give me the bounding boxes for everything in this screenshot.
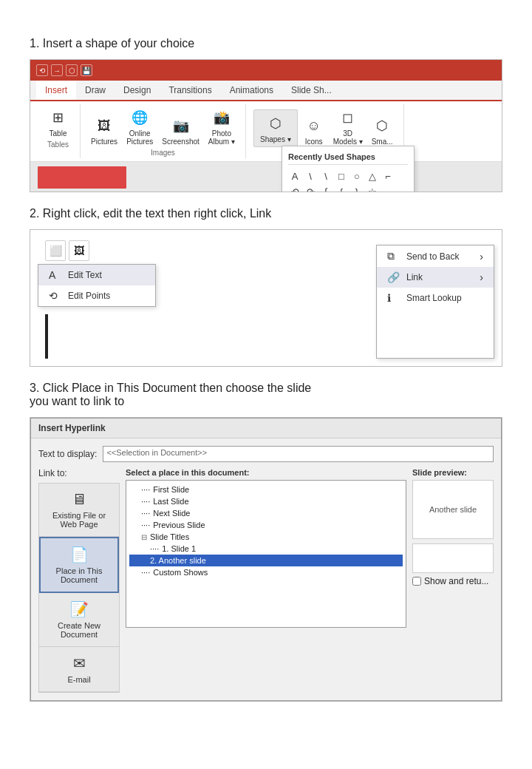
text-display-row: Text to display: <<Selection in Document… xyxy=(38,446,494,462)
shape-corner[interactable]: ⌐ xyxy=(381,169,395,183)
link-label: Link xyxy=(406,272,423,282)
shapes-button[interactable]: ⬡ Shapes ▾ xyxy=(253,109,298,147)
shape-rect[interactable]: □ xyxy=(335,169,348,183)
existing-file-label: Existing File or Web Page xyxy=(44,511,115,529)
left-menu-area: ⬜ 🖼 A Edit Text ⟲ Edit Points xyxy=(38,237,156,359)
slide-area-partial xyxy=(30,162,502,192)
tree-first-slide[interactable]: ···· First Slide xyxy=(129,484,403,495)
custom-shows-label: Custom Shows xyxy=(153,568,208,577)
slide-tree: ···· First Slide ···· Last Slide ···· Ne… xyxy=(126,480,406,628)
dialog-right: Slide preview: Another slide Show and re… xyxy=(412,468,494,693)
ribbon-group-tables: ⊞ Table Tables xyxy=(36,104,81,158)
dialog-titlebar: Insert Hyperlink xyxy=(31,419,501,438)
shape-line1[interactable]: \ xyxy=(304,169,317,183)
existing-file-item[interactable]: 🖥 Existing File or Web Page xyxy=(39,484,119,537)
tree-next-slide[interactable]: ···· Next Slide xyxy=(129,507,403,519)
tab-slideshow[interactable]: Slide Sh... xyxy=(282,81,341,101)
create-new-icon: 📝 xyxy=(70,600,89,618)
tree-previous-slide[interactable]: ···· Previous Slide xyxy=(129,519,403,531)
tab-animations[interactable]: Animations xyxy=(221,81,282,101)
shape-triangle[interactable]: △ xyxy=(366,169,379,183)
tree-slide-titles[interactable]: ⊟ Slide Titles xyxy=(129,531,403,543)
first-slide-label: First Slide xyxy=(153,485,189,494)
existing-file-icon: 🖥 xyxy=(72,491,86,508)
edit-text-item[interactable]: A Edit Text xyxy=(38,265,155,285)
shape-curve2[interactable]: ↷ xyxy=(304,185,317,192)
email-icon: ✉ xyxy=(73,654,86,672)
edit-text-label: Edit Text xyxy=(68,270,102,280)
show-return-checkbox[interactable] xyxy=(412,577,421,586)
menu-icon-image[interactable]: 🖼 xyxy=(69,240,89,261)
link-item[interactable]: 🔗 Link xyxy=(377,267,494,288)
place-in-doc-label: Place in This Document xyxy=(45,566,113,584)
screenshot-icon: 📷 xyxy=(171,115,191,136)
screenshot-label: Screenshot xyxy=(162,138,200,146)
send-to-back-label: Send to Back xyxy=(406,251,459,262)
images-group-label: Images xyxy=(151,149,175,157)
dialog-body: Text to display: <<Selection in Document… xyxy=(31,438,501,700)
undo-icon[interactable]: ⟲ xyxy=(36,64,48,76)
shape-icon-small[interactable]: ⬡ xyxy=(66,64,78,76)
dialog-left-panel: 🖥 Existing File or Web Page 📄 Place in T… xyxy=(38,483,120,693)
slide-titles-toggle: ⊟ xyxy=(141,533,147,541)
show-return-row: Show and retu... xyxy=(412,576,494,586)
shape-brace-close[interactable]: } xyxy=(350,185,364,192)
online-pictures-button[interactable]: 🌐 OnlinePictures xyxy=(123,106,156,147)
slide2-label: 2. Another slide xyxy=(150,556,206,565)
create-new-document-item[interactable]: 📝 Create New Document xyxy=(39,593,119,647)
shape-A[interactable]: A xyxy=(288,169,301,183)
step1-screenshot: ⟲ → ⬡ 💾 Insert Draw Design Transitions A… xyxy=(30,59,502,192)
photo-album-icon: 📸 xyxy=(211,107,232,128)
shapes-label: Shapes ▾ xyxy=(260,135,291,143)
tree-slide2[interactable]: 2. Another slide xyxy=(129,555,403,566)
save-icon-small[interactable]: 💾 xyxy=(81,64,92,76)
smartart-button[interactable]: ⬡ Sma... xyxy=(369,114,396,147)
edit-points-icon: ⟲ xyxy=(49,290,62,302)
next-slide-label: Next Slide xyxy=(153,509,190,518)
email-item[interactable]: ✉ E-mail xyxy=(39,647,119,692)
text-to-display-input[interactable]: <<Selection in Document>> xyxy=(103,446,494,462)
link-icon: 🔗 xyxy=(387,271,400,283)
tab-design[interactable]: Design xyxy=(115,81,160,101)
last-slide-label: Last Slide xyxy=(153,497,188,506)
shape-brace-open[interactable]: { xyxy=(335,185,348,192)
pictures-button[interactable]: 🖼 Pictures xyxy=(88,114,120,147)
edit-points-item[interactable]: ⟲ Edit Points xyxy=(38,285,155,306)
smart-lookup-item[interactable]: ℹ Smart Lookup xyxy=(377,288,494,308)
pictures-icon: 🖼 xyxy=(94,115,115,136)
send-to-back-item[interactable]: ⧉ Send to Back xyxy=(377,245,494,267)
link-to-label: Link to: xyxy=(38,468,67,478)
menu-icon-copy[interactable]: ⬜ xyxy=(45,240,66,261)
tree-last-slide[interactable]: ···· Last Slide xyxy=(129,495,403,507)
shape-circle[interactable]: ○ xyxy=(350,169,364,183)
first-slide-dots: ···· xyxy=(141,485,150,494)
screenshot-button[interactable]: 📷 Screenshot xyxy=(159,114,202,147)
tree-slide1[interactable]: ···· 1. Slide 1 xyxy=(129,543,403,555)
shape-curve1[interactable]: ↶ xyxy=(288,185,301,192)
place-in-document-item[interactable]: 📄 Place in This Document xyxy=(39,537,119,593)
photo-album-button[interactable]: 📸 PhotoAlbum ▾ xyxy=(205,106,238,147)
tab-insert[interactable]: Insert xyxy=(36,81,76,101)
tab-transitions[interactable]: Transitions xyxy=(160,81,220,101)
table-label: Table xyxy=(50,129,67,138)
tab-draw[interactable]: Draw xyxy=(76,81,115,101)
redo-icon[interactable]: → xyxy=(51,64,63,76)
shape-star[interactable]: ☆ xyxy=(366,185,379,192)
table-icon: ⊞ xyxy=(48,107,69,128)
shape-wave[interactable]: ∫ xyxy=(319,185,332,192)
step1-section: 1. Insert a shape of your choice ⟲ → ⬡ 💾… xyxy=(30,37,502,192)
slide-shape-red xyxy=(38,166,126,189)
step3-title: 3. Click Place in This Document then cho… xyxy=(30,382,502,408)
photo-album-label: PhotoAlbum ▾ xyxy=(208,129,235,146)
tree-custom-shows[interactable]: ···· Custom Shows xyxy=(129,566,403,578)
create-new-label: Create New Document xyxy=(44,621,115,639)
shape-line2[interactable]: \ xyxy=(319,169,332,183)
table-button[interactable]: ⊞ Table xyxy=(45,106,72,139)
ribbon-content: ⊞ Table Tables 🖼 Pictures 🌐 OnlinePictur… xyxy=(30,101,502,162)
slide-titles-label: Slide Titles xyxy=(150,532,189,541)
3d-models-button[interactable]: ◻ 3DModels ▾ xyxy=(330,106,366,147)
previous-slide-label: Previous Slide xyxy=(153,521,205,529)
shapes-popup: Recently Used Shapes A \ \ □ ○ △ ⌐ ↶ ↷ ∫… xyxy=(282,146,415,192)
ribbon-group-images: 🖼 Pictures 🌐 OnlinePictures 📷 Screenshot… xyxy=(81,104,246,158)
icons-button[interactable]: ☺ Icons xyxy=(301,114,327,147)
